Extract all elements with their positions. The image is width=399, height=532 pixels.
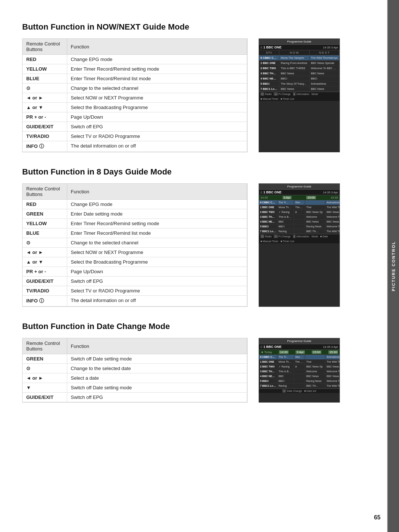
epg-footer-1: □ Radio ○ Pr.Change i Information Mode ■… (259, 92, 340, 101)
table-row: ◄ or ►Select NOW or NEXT Programme (23, 93, 247, 103)
table-row: TV/RADIOSelect TV or RADIO Programme (23, 132, 247, 141)
col-header-buttons-2: Remote Control Buttons (23, 184, 67, 200)
epg-row: 3 BBC THREEBBC NewsBBC News (259, 71, 340, 76)
button-cell: YELLOW (23, 219, 67, 228)
button-cell: GUIDE/EXIT (23, 393, 67, 402)
button-cell: TV/RADIO (23, 286, 67, 296)
function-cell: Page Up/Down (67, 112, 247, 122)
epg-header-1: Programme Guide (259, 39, 340, 45)
table-row: YELLOWEnter Timer Record/Remind setting … (23, 219, 247, 228)
function-cell: Enter Timer Record/Remind list mode (67, 228, 247, 238)
section-block-date-change: Remote Control Buttons Function GREENSwi… (22, 338, 340, 403)
button-cell: ▲ or ▼ (23, 257, 67, 267)
section-8days: Button Function in 8 Days Guide Mode Rem… (22, 167, 340, 307)
epg-footer-2: □ Radio ○ Pr.Change i Information Mode ■… (259, 234, 340, 243)
function-cell: Switch off Date setting mode (67, 354, 247, 364)
epg-row: 3 BBC THREEThis is BBC TH...WelcomeWelco… (259, 215, 340, 220)
table-row: ⊙Change to the selected channel (23, 84, 247, 93)
table-row: GREENEnter Date setting mode (23, 209, 247, 219)
epg-date-bar-dc: ◄ Today 14:30 3 Apr 15:00 15:30 (259, 350, 340, 355)
table-row: GUIDE/EXITSwitch off EPG (23, 277, 247, 286)
function-cell: Change to the selected date (67, 364, 247, 373)
epg-row: 1 BBC ONEMona The Va...The WildThorThe W… (259, 205, 340, 210)
epg-channel-bar-3: ⎙ 1 BBC ONE 14:35 3 Apr (259, 344, 340, 350)
table-row: ⊙Change to the selected date (23, 364, 247, 373)
epg-row: 7 BBC1 LondonRacingBBC TH...The Wild The… (259, 384, 340, 389)
table-row: REDChange EPG mode (23, 55, 247, 64)
sidebar-label: PICTURE CONTROL (388, 0, 399, 532)
sidebar-text: PICTURE CONTROL (391, 241, 396, 291)
table-row: GUIDE/EXITSwitch off EPG (23, 122, 247, 132)
section-block-8days: Remote Control Buttons Function REDChang… (22, 183, 340, 307)
button-cell: ◄ or ► (23, 248, 67, 257)
button-cell: ⊙ (23, 84, 67, 93)
button-cell: ⊙ (23, 364, 67, 373)
table-row: ◄ or ►Select a date (23, 373, 247, 383)
function-cell: The detail information on or off (67, 141, 247, 152)
col-header-buttons-3: Remote Control Buttons (23, 338, 67, 354)
button-cell: ⊙ (23, 238, 67, 248)
epg-row: 6 CBBC ChannelMona The VampireThe Wild T… (259, 55, 340, 61)
table-row: GREENSwitch off Date setting mode (23, 354, 247, 364)
function-cell: Select TV or RADIO Programme (67, 286, 247, 296)
function-cell: The detail information on or off (67, 296, 247, 306)
button-cell: BLUE (23, 228, 67, 238)
epg-row: 2 BBC TWO✓ RacingABBC News SpBBC News ▸ (259, 365, 340, 369)
function-cell: Change EPG mode (67, 55, 247, 64)
epg-footer-3: ○ Date Change ■ Date ext (259, 389, 340, 393)
function-cell: Select the Broadcasting Programme (67, 257, 247, 267)
table-row: PR + or -Page Up/Down (23, 267, 247, 277)
epg-row: 1 BBC ONEMona The Va...The WildThorThe W… (259, 360, 340, 365)
button-cell: PR + or - (23, 112, 67, 122)
epg-col-headers-1: DTV N O W N E X T (259, 50, 340, 55)
epg-row: 7 BBC1 LondonBBC NewsBBC News (259, 87, 340, 92)
section-title-8days: Button Function in 8 Days Guide Mode (22, 167, 340, 177)
function-cell: Select the Broadcasting Programme (67, 103, 247, 112)
epg-row: 7 BBC1 LondonRacingBBC TH...The Wild The… (259, 229, 340, 234)
button-cell: RED (23, 55, 67, 64)
function-cell: Enter Timer Record/Remind setting mode (67, 64, 247, 74)
function-cell: Switch off EPG (67, 122, 247, 132)
col-header-function-2: Function (67, 184, 247, 200)
col-header-function: Function (67, 39, 247, 55)
epg-header-3: Programme Guide (259, 338, 340, 344)
table-row: INFO ⓘThe detail information on or off (23, 296, 247, 306)
epg-channel-bar-2: ⎙ 1 BBC ONE 14:35 3 Apr (259, 190, 340, 195)
epg-row: 6 CBBC ChannelThe Tr...Story Of TraAnima… (259, 200, 340, 205)
function-cell: Enter Timer Record/Remind list mode (67, 74, 247, 84)
button-cell: ◄ or ► (23, 93, 67, 103)
section-block-now-next: Remote Control Buttons Function REDChang… (22, 38, 340, 152)
button-cell: INFO ⓘ (23, 141, 67, 152)
function-cell: Select a date (67, 373, 247, 383)
table-row: GUIDE/EXITSwitch off EPG (23, 393, 247, 402)
function-cell: Page Up/Down (67, 267, 247, 277)
epg-row: 5 BBCiBBCiRacing NewsWelcome To ▸ (259, 379, 340, 384)
function-cell: Switch off EPG (67, 277, 247, 286)
table-row: ◄ or ►Select NOW or NEXT Programme (23, 248, 247, 257)
function-cell: Change to the selected channel (67, 238, 247, 248)
button-cell: ◄ or ► (23, 373, 67, 383)
table-row: INFO ⓘThe detail information on or off (23, 141, 247, 152)
epg-screenshot-now-next: Programme Guide ⎙ 1 BBC ONE 14:35 3 Apr … (259, 38, 340, 152)
button-cell: GUIDE/EXIT (23, 277, 67, 286)
table-now-next: Remote Control Buttons Function REDChang… (22, 38, 248, 152)
button-cell: GREEN (23, 209, 67, 219)
col-header-buttons: Remote Control Buttons (23, 39, 67, 55)
epg-date-bar-8days: 14:30 3 Apr 15:00 15:30 (259, 195, 340, 200)
table-row: ⊙Change to the selected channel (23, 238, 247, 248)
section-date-change: Button Function in Date Change Mode Remo… (22, 322, 340, 403)
page-content: Button Function in NOW/NEXT Guide Mode R… (0, 0, 362, 440)
section-title-date-change: Button Function in Date Change Mode (22, 322, 340, 331)
table-row: PR + or -Page Up/Down (23, 112, 247, 122)
epg-header-2: Programme Guide (259, 184, 340, 190)
button-cell: INFO ⓘ (23, 296, 67, 306)
epg-row: 1 BBC ONERacing From AvintreeBBC News Sp… (259, 61, 340, 66)
epg-channel-bar-1: ⎙ 1 BBC ONE 14:35 3 Apr (259, 45, 340, 50)
function-cell: Change to the selected channel (67, 84, 247, 93)
table-row: ▲ or ▼Select the Broadcasting Programme (23, 257, 247, 267)
button-cell: ▼ (23, 383, 67, 393)
table-row: TV/RADIOSelect TV or RADIO Programme (23, 286, 247, 296)
section-title-now-next: Button Function in NOW/NEXT Guide Mode (22, 22, 340, 32)
button-cell: PR + or - (23, 267, 67, 277)
epg-row: 5 BBCiThe Story Of Tracy...Animadness (259, 81, 340, 87)
